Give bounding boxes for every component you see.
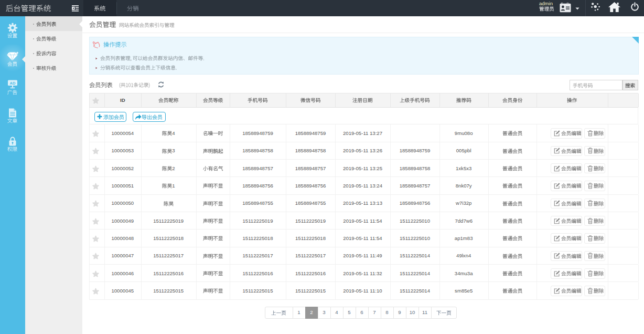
svg-text:AD: AD (10, 81, 16, 86)
